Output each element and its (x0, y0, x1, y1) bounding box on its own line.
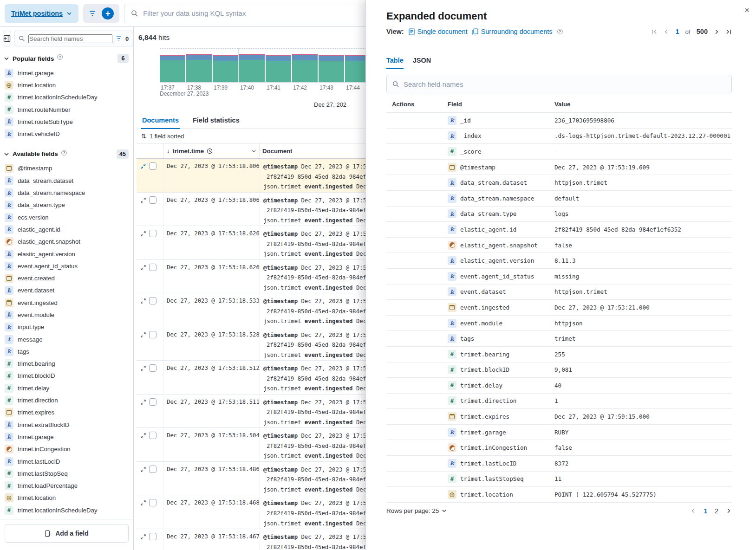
flyout-field-search-input[interactable] (404, 80, 726, 88)
row-checkbox[interactable] (149, 499, 156, 506)
field-list-item[interactable]: ktrimet.vehicleID (4, 128, 130, 140)
expand-document-icon[interactable] (140, 399, 146, 405)
next-page-icon[interactable] (714, 29, 720, 35)
expand-document-icon[interactable] (140, 231, 146, 237)
field-list-item[interactable]: ⊕trimet.location (4, 492, 130, 504)
row-checkbox[interactable] (149, 331, 156, 338)
flyout-field-search[interactable] (386, 75, 732, 93)
field-list-item[interactable]: tmessage (4, 333, 130, 345)
field-list-item[interactable]: event.created (4, 272, 130, 284)
last-page-icon[interactable] (726, 29, 732, 35)
page-number-1[interactable]: 1 (704, 507, 707, 515)
keyword-field-icon: k (448, 256, 456, 265)
field-list-item[interactable]: kdata_stream.type (4, 199, 130, 211)
field-list-item[interactable]: ktrimet.routeSubType (4, 116, 130, 128)
fields-sidebar: 0 Popular fields ? 6 ktrimet.garage⊕trim… (0, 27, 134, 550)
rows-per-page-control[interactable]: Rows per page: 25 (386, 507, 447, 514)
expand-document-icon[interactable] (140, 365, 146, 371)
data-view-picker[interactable]: TriMet positions (5, 4, 78, 23)
flyout-tab-json[interactable]: JSON (413, 57, 431, 69)
prev-page-icon[interactable] (663, 29, 669, 35)
row-checkbox[interactable] (149, 196, 156, 204)
available-fields-header[interactable]: Available fields ? 45 (0, 148, 133, 161)
field-list-item[interactable]: ktrimet.garage (4, 67, 130, 79)
field-list-item[interactable]: ktrimet.extraBlockID (4, 419, 130, 431)
field-search-box[interactable]: 0 (14, 31, 133, 46)
field-list-item[interactable]: ⊕trimet.location (4, 79, 130, 91)
row-checkbox[interactable] (149, 466, 156, 473)
field-list-item[interactable]: #trimet.routeNumber (4, 104, 130, 116)
field-list-item[interactable]: ktags (4, 345, 130, 357)
chevron-down-icon[interactable] (251, 149, 256, 154)
expand-document-icon[interactable] (140, 298, 146, 304)
field-list-item[interactable]: ktrimet.garage (4, 431, 130, 443)
field-list-item[interactable]: kelastic_agent.version (4, 248, 130, 260)
row-checkbox[interactable] (149, 230, 156, 237)
field-list-item[interactable]: kecs.version (4, 211, 130, 223)
tab-documents[interactable]: Documents (141, 113, 180, 129)
popular-fields-header[interactable]: Popular fields ? 6 (0, 52, 133, 65)
expand-document-icon[interactable] (140, 332, 146, 338)
row-controls (137, 361, 163, 394)
field-list-item[interactable]: kevent.agent_id_status (4, 260, 130, 272)
pager-current[interactable]: 1 (675, 28, 679, 35)
expand-document-icon[interactable] (140, 466, 146, 472)
row-checkbox[interactable] (149, 297, 156, 304)
text-field-icon: t (5, 335, 13, 344)
field-list-item[interactable]: kdata_stream.namespace (4, 187, 130, 199)
field-list-item[interactable]: #trimet.locationInScheduleDay (4, 91, 130, 104)
expand-document-icon[interactable] (140, 433, 146, 439)
field-list-item[interactable]: kelastic_agent.id (4, 223, 130, 235)
histogram-bar-segment (239, 55, 265, 60)
row-field: #trimet.bearing (442, 350, 549, 359)
field-list-item[interactable]: kinput.type (4, 321, 130, 333)
single-document-link[interactable]: Single document (409, 28, 468, 35)
field-list-item[interactable]: #trimet.loadPercentage (4, 480, 130, 492)
row-checkbox[interactable] (149, 264, 156, 271)
field-list-item[interactable]: elastic_agent.snapshot (4, 236, 130, 248)
row-checkbox[interactable] (149, 533, 156, 540)
prev-page-icon[interactable] (690, 508, 696, 514)
flyout-tab-table[interactable]: Table (386, 57, 404, 69)
expand-document-icon[interactable] (140, 500, 146, 506)
add-field-button[interactable]: Add a field (5, 524, 129, 543)
close-icon[interactable]: × (744, 6, 749, 14)
row-checkbox[interactable] (149, 364, 156, 372)
field-list-item[interactable]: #trimet.direction (4, 394, 130, 406)
field-list-item[interactable]: event.ingested (4, 297, 130, 309)
field-list-item[interactable]: #trimet.lastStopSeq (4, 467, 130, 479)
field-list-item[interactable]: kevent.module (4, 309, 130, 321)
field-name: elastic_agent.id (460, 226, 516, 233)
field-list-item[interactable]: kevent.dataset (4, 285, 130, 297)
field-list-item[interactable]: @timestamp (4, 162, 130, 175)
field-list-item[interactable]: #trimet.delay (4, 382, 130, 394)
expand-document-icon[interactable] (140, 265, 146, 271)
field-name: event.agent_id_status (18, 263, 78, 270)
field-list-item[interactable]: #trimet.blockID (4, 370, 130, 382)
field-list-item[interactable]: ktrimet.lastLocID (4, 455, 130, 467)
field-list-item[interactable]: kdata_stream.dataset (4, 175, 130, 187)
collapse-sidebar-button[interactable] (3, 31, 11, 46)
surrounding-documents-link[interactable]: Surrounding documents (472, 28, 553, 35)
field-list-item[interactable]: #trimet.locationInScheduleDay (4, 504, 130, 516)
field-list-item[interactable]: #trimet.bearing (4, 358, 130, 370)
field-filter-icon[interactable] (116, 36, 122, 41)
add-filter-button[interactable]: + (102, 7, 114, 19)
collapse-document-icon[interactable] (140, 163, 146, 169)
field-search-input[interactable] (28, 34, 112, 43)
field-list-item[interactable]: trimet.inCongestion (4, 443, 130, 455)
tab-field-statistics[interactable]: Field statistics (192, 113, 241, 129)
field-list-item[interactable]: trimet.expires (4, 407, 130, 419)
histogram-plot-area[interactable] (160, 48, 378, 83)
page-number-2[interactable]: 2 (715, 507, 718, 515)
first-page-icon[interactable] (651, 29, 657, 35)
time-column-header[interactable]: ↓ trimet.time (163, 143, 259, 158)
flyout-field-row: kdata_stream.namespace default (386, 191, 732, 207)
expand-document-icon[interactable] (140, 534, 146, 540)
row-checkbox[interactable] (149, 162, 156, 170)
filter-funnel-icon[interactable] (89, 10, 96, 17)
row-checkbox[interactable] (149, 398, 156, 406)
expand-document-icon[interactable] (140, 197, 146, 203)
row-checkbox[interactable] (149, 432, 156, 439)
next-page-icon[interactable] (726, 508, 732, 514)
